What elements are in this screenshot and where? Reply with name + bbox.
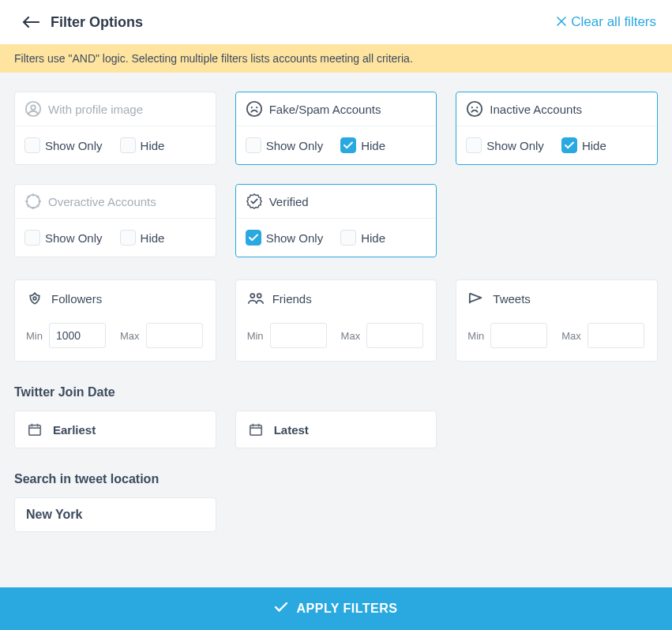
svg-point-10 bbox=[250, 294, 254, 298]
svg-rect-13 bbox=[250, 426, 261, 436]
followers-max-input[interactable] bbox=[146, 323, 203, 348]
svg-point-1 bbox=[31, 105, 36, 110]
filter-fake-spam: Fake/Spam Accounts Show Only Hide bbox=[235, 92, 437, 165]
person-circle-icon bbox=[24, 100, 42, 118]
hide-checkbox[interactable]: Hide bbox=[340, 230, 385, 246]
apply-label: APPLY FILTERS bbox=[296, 602, 397, 616]
hide-checkbox[interactable]: Hide bbox=[120, 230, 165, 246]
flag-icon bbox=[467, 290, 485, 307]
back-arrow-icon[interactable] bbox=[22, 16, 39, 28]
svg-point-3 bbox=[250, 107, 252, 108]
filter-title: Fake/Spam Accounts bbox=[269, 103, 381, 116]
clear-all-filters-button[interactable]: Clear all filters bbox=[557, 14, 656, 30]
friends-max-input[interactable] bbox=[366, 323, 423, 348]
show-only-checkbox[interactable]: Show Only bbox=[246, 137, 324, 153]
hide-checkbox[interactable]: Hide bbox=[340, 137, 385, 153]
range-followers: Followers Min Max bbox=[14, 279, 216, 362]
sad-icon bbox=[466, 100, 483, 118]
calendar-icon bbox=[26, 421, 43, 438]
join-date-section-title: Twitter Join Date bbox=[14, 385, 658, 399]
location-section-title: Search in tweet location bbox=[14, 472, 658, 486]
latest-label: Latest bbox=[274, 423, 309, 437]
min-label: Min bbox=[26, 330, 43, 342]
range-friends: Friends Min Max bbox=[235, 279, 437, 362]
filter-overactive: Overactive Accounts Show Only Hide bbox=[14, 184, 216, 257]
max-label: Max bbox=[561, 330, 581, 342]
svg-point-4 bbox=[256, 107, 257, 108]
check-icon bbox=[274, 602, 288, 616]
min-label: Min bbox=[467, 330, 484, 342]
min-label: Min bbox=[247, 330, 264, 342]
filter-title: Inactive Accounts bbox=[490, 103, 582, 116]
max-label: Max bbox=[341, 330, 361, 342]
svg-rect-12 bbox=[29, 426, 40, 436]
filter-profile-image: With profile image Show Only Hide bbox=[14, 92, 216, 165]
clear-all-label: Clear all filters bbox=[571, 14, 656, 30]
range-title: Followers bbox=[51, 292, 102, 306]
alert-icon bbox=[24, 193, 42, 210]
svg-point-9 bbox=[33, 297, 36, 300]
range-tweets: Tweets Min Max bbox=[456, 279, 658, 362]
page-title: Filter Options bbox=[51, 14, 143, 31]
filter-inactive: Inactive Accounts Show Only Hide bbox=[456, 92, 658, 165]
followers-icon bbox=[26, 290, 43, 307]
followers-min-input[interactable] bbox=[49, 323, 106, 348]
tweets-max-input[interactable] bbox=[588, 323, 644, 348]
hide-checkbox[interactable]: Hide bbox=[120, 137, 165, 153]
svg-point-2 bbox=[246, 102, 261, 116]
show-only-checkbox[interactable]: Show Only bbox=[246, 230, 324, 246]
show-only-checkbox[interactable]: Show Only bbox=[466, 137, 544, 153]
earliest-date-picker[interactable]: Earliest bbox=[14, 411, 216, 448]
apply-filters-button[interactable]: APPLY FILTERS bbox=[0, 587, 672, 630]
close-icon bbox=[557, 15, 566, 29]
location-input[interactable] bbox=[14, 497, 216, 532]
calendar-icon bbox=[247, 421, 265, 438]
latest-date-picker[interactable]: Latest bbox=[235, 411, 437, 448]
earliest-label: Earliest bbox=[53, 423, 96, 437]
tweets-min-input[interactable] bbox=[490, 323, 547, 348]
filter-title: Overactive Accounts bbox=[48, 195, 156, 208]
filter-verified: Verified Show Only Hide bbox=[235, 184, 437, 257]
show-only-checkbox[interactable]: Show Only bbox=[24, 230, 103, 246]
max-label: Max bbox=[120, 330, 140, 342]
svg-point-5 bbox=[467, 102, 482, 116]
hide-checkbox[interactable]: Hide bbox=[561, 137, 606, 153]
verified-badge-icon bbox=[246, 193, 263, 210]
notice-banner: Filters use "AND" logic. Selecting multi… bbox=[0, 44, 672, 73]
frown-icon bbox=[246, 100, 263, 118]
svg-point-11 bbox=[257, 294, 261, 298]
friends-icon bbox=[247, 290, 265, 307]
range-title: Friends bbox=[272, 292, 312, 306]
friends-min-input[interactable] bbox=[270, 323, 327, 348]
filter-title: With profile image bbox=[48, 103, 143, 116]
filter-title: Verified bbox=[269, 195, 309, 208]
show-only-checkbox[interactable]: Show Only bbox=[24, 137, 103, 153]
svg-point-6 bbox=[471, 107, 473, 108]
svg-point-7 bbox=[476, 107, 478, 108]
range-title: Tweets bbox=[493, 292, 531, 306]
